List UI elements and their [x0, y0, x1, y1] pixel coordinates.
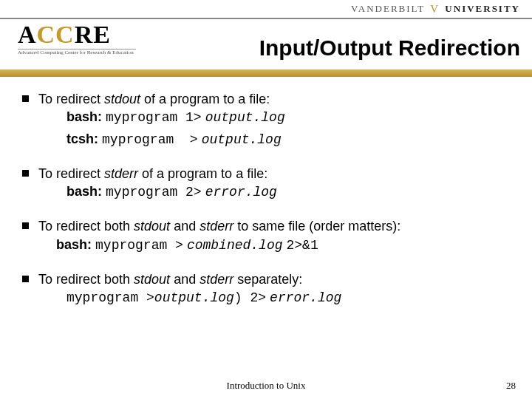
footer-text: Introduction to Unix	[0, 380, 532, 392]
code-line: myprogram >output.log) 2> error.log	[38, 288, 510, 307]
code-line: tcsh: myprogram > output.log	[38, 130, 510, 149]
gold-bar	[0, 69, 532, 77]
code-line: bash: myprogram 1> output.log	[38, 108, 510, 126]
bullet-intro: To redirect both stdout and stderr separ…	[38, 272, 302, 287]
accre-logo: ACCRE Advanced Computing Center for Rese…	[18, 22, 136, 56]
accre-name: ACCRE	[18, 22, 136, 47]
list-item: To redirect both stdout and stderr to sa…	[22, 217, 510, 254]
slide-title: Input/Output Redirection	[148, 35, 520, 61]
slide: VANDERBILT V UNIVERSITY ACCRE Advanced C…	[0, 0, 532, 399]
list-item: To redirect both stdout and stderr separ…	[22, 270, 510, 307]
university-brand: VANDERBILT V UNIVERSITY	[351, 3, 520, 16]
content-area: To redirect stdout of a program to a fil…	[22, 90, 510, 324]
page-number: 28	[506, 380, 516, 392]
top-rule	[0, 18, 532, 19]
code-line: bash: myprogram 2> error.log	[38, 183, 510, 201]
code-line: bash: myprogram > combined.log 2>&1	[38, 236, 510, 254]
list-item: To redirect stdout of a program to a fil…	[22, 90, 510, 149]
bullet-list: To redirect stdout of a program to a fil…	[22, 90, 510, 307]
accre-subtitle: Advanced Computing Center for Research &…	[18, 49, 136, 56]
list-item: To redirect stderr of a program to a fil…	[22, 165, 510, 202]
bullet-intro: To redirect stderr of a program to a fil…	[38, 166, 267, 181]
bullet-intro: To redirect stdout of a program to a fil…	[38, 92, 270, 106]
bullet-intro: To redirect both stdout and stderr to sa…	[38, 219, 400, 233]
